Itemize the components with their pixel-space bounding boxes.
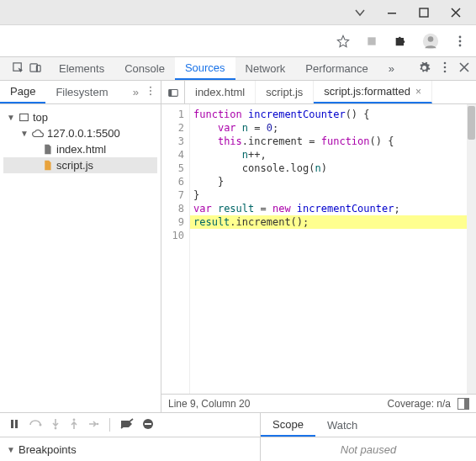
svg-point-4 [428, 36, 434, 42]
code-line[interactable]: console.log(n) [190, 162, 476, 175]
step-into-icon[interactable] [50, 418, 61, 432]
frame-icon [19, 112, 29, 123]
bookmark-star-icon[interactable] [336, 34, 350, 48]
line-number-gutter[interactable]: 12345678910 [161, 104, 190, 394]
devtools-tab-network[interactable]: Network [235, 57, 296, 80]
profile-avatar-icon[interactable] [422, 33, 439, 50]
document-icon [42, 144, 53, 155]
tree-label: index.html [56, 143, 106, 156]
devtools-tab-performance[interactable]: Performance [295, 57, 378, 80]
tree-label: script.js [56, 159, 93, 172]
file-tab[interactable]: script.js [256, 81, 314, 103]
step-out-icon[interactable] [69, 418, 79, 432]
disclosure-triangle-icon[interactable]: ▼ [7, 445, 15, 454]
svg-rect-20 [11, 420, 13, 428]
code-line[interactable]: } [190, 188, 476, 202]
file-tabs-prev-icon[interactable] [161, 81, 185, 103]
svg-rect-1 [420, 8, 428, 17]
svg-point-15 [150, 90, 151, 92]
navigator-tab-filesystem[interactable]: Filesystem [45, 81, 118, 103]
coverage-status: Coverage: n/a [388, 398, 451, 410]
code-line[interactable]: result.increment(); [190, 215, 476, 229]
window-minimize-icon[interactable] [387, 8, 397, 18]
svg-rect-28 [145, 423, 151, 425]
step-icon[interactable] [87, 418, 99, 432]
navigator-more-tabs[interactable]: » [133, 86, 139, 98]
code-line[interactable]: } [190, 175, 476, 188]
browser-menu-icon[interactable] [454, 35, 466, 47]
svg-point-6 [459, 40, 462, 42]
inspect-element-icon[interactable] [12, 61, 24, 77]
scope-pane-content: Not paused [261, 437, 476, 461]
navigator-menu-icon[interactable] [145, 86, 156, 98]
devtools-menu-icon[interactable] [439, 61, 451, 76]
extension-icon[interactable] [365, 34, 378, 48]
file-tab[interactable]: script.js:formatted× [314, 81, 432, 103]
breakpoints-section-label[interactable]: Breakpoints [19, 443, 77, 456]
svg-rect-0 [388, 13, 396, 14]
disclosure-triangle-icon[interactable]: ▼ [20, 129, 29, 138]
device-toggle-icon[interactable] [29, 61, 42, 77]
svg-point-23 [55, 427, 57, 429]
step-over-icon[interactable] [29, 418, 42, 432]
file-tab-label: index.html [195, 86, 245, 98]
script-file-icon [42, 160, 53, 171]
svg-point-7 [459, 44, 462, 46]
file-tab-label: script.js:formatted [324, 85, 410, 98]
tree-file-index[interactable]: index.html [3, 141, 157, 157]
tree-label: top [33, 111, 48, 124]
cloud-icon [32, 128, 44, 140]
editor-scrollbar[interactable] [467, 104, 476, 394]
watch-tab[interactable]: Watch [315, 413, 369, 437]
navigator-tree[interactable]: ▼ top ▼ 127.0.0.1:5500 index.html script… [0, 104, 161, 412]
devtools-tab-sources[interactable]: Sources [175, 57, 235, 80]
code-content[interactable]: function incrementCounter() { var n = 0;… [190, 104, 476, 394]
svg-point-16 [150, 93, 151, 95]
file-tab-label: script.js [266, 86, 303, 98]
svg-point-24 [73, 418, 76, 421]
window-maximize-icon[interactable] [419, 8, 429, 18]
code-line[interactable]: var n = 0; [190, 121, 476, 135]
show-sidebar-icon[interactable] [457, 398, 469, 410]
code-line[interactable]: function incrementCounter() { [190, 108, 476, 121]
code-line[interactable] [190, 229, 476, 242]
svg-point-13 [444, 71, 447, 73]
toolbar-separator [109, 418, 110, 432]
svg-point-12 [444, 66, 447, 69]
window-dropdown-icon[interactable] [355, 8, 365, 18]
settings-gear-icon[interactable] [418, 61, 431, 77]
devtools-tab-console[interactable]: Console [114, 57, 175, 80]
devtools-tab-elements[interactable]: Elements [49, 57, 114, 80]
svg-point-11 [444, 62, 447, 65]
svg-point-14 [150, 87, 151, 88]
pause-on-exceptions-icon[interactable] [142, 418, 154, 432]
cursor-position: Line 9, Column 20 [168, 398, 250, 410]
disclosure-triangle-icon[interactable]: ▼ [7, 113, 15, 122]
navigator-tab-page[interactable]: Page [0, 81, 45, 103]
tree-file-script[interactable]: script.js [3, 157, 157, 173]
devtools-more-tabs[interactable]: » [378, 57, 405, 80]
pause-resume-icon[interactable] [8, 418, 20, 432]
svg-rect-2 [368, 37, 375, 45]
puzzle-icon[interactable] [394, 34, 407, 48]
tree-label: 127.0.0.1:5500 [47, 127, 120, 140]
code-line[interactable]: n++, [190, 148, 476, 162]
devtools-close-icon[interactable] [459, 62, 469, 75]
tree-node-origin[interactable]: ▼ 127.0.0.1:5500 [3, 125, 157, 141]
window-close-icon[interactable] [451, 8, 461, 18]
code-line[interactable]: var result = new incrementCounter; [190, 202, 476, 215]
close-icon[interactable]: × [415, 86, 421, 98]
deactivate-breakpoints-icon[interactable] [120, 418, 134, 432]
svg-point-5 [459, 35, 462, 38]
svg-rect-18 [168, 89, 172, 96]
svg-point-22 [40, 423, 42, 426]
svg-rect-21 [15, 420, 18, 428]
code-editor[interactable]: 12345678910 function incrementCounter() … [161, 104, 476, 394]
scope-tab[interactable]: Scope [261, 413, 315, 437]
code-line[interactable]: this.increment = function() { [190, 135, 476, 148]
file-tab[interactable]: index.html [185, 81, 256, 103]
tree-node-top[interactable]: ▼ top [3, 109, 157, 125]
svg-rect-19 [20, 114, 29, 120]
svg-point-25 [97, 422, 99, 425]
